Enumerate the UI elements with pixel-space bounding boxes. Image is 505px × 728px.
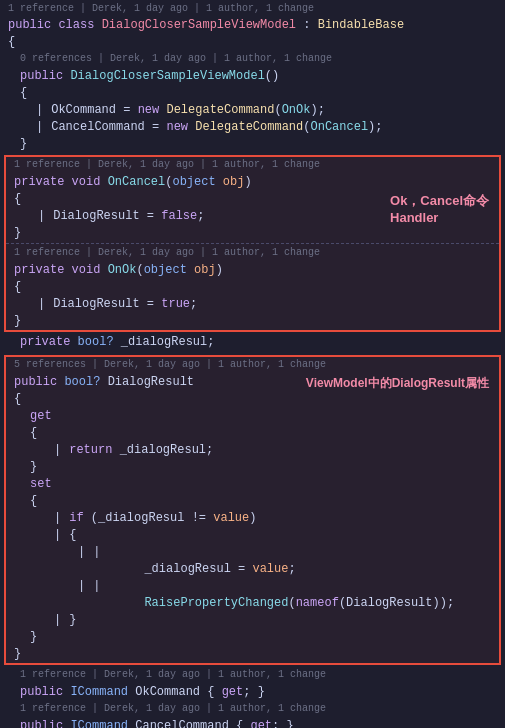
brace-open-class: { [0, 34, 505, 51]
brace-open-if: | { [6, 527, 499, 544]
brace-close-if: | } [6, 612, 499, 629]
private-bool-field: private bool? _dialogResul; [0, 334, 505, 351]
brace-close-get: } [6, 459, 499, 476]
dialogresult-prop-decl: public bool? DialogResult [6, 374, 499, 391]
brace-close-constructor: } [0, 136, 505, 153]
brace-close-prop: } [6, 646, 499, 663]
on-cancel-ok-block: Ok，Cancel命令 Handler 1 reference | Derek,… [4, 155, 501, 332]
brace-close-onok: } [6, 313, 499, 330]
code-editor: 1 reference | Derek, 1 day ago | 1 autho… [0, 0, 505, 728]
okcommand-prop-ref: 1 reference | Derek, 1 day ago | 1 autho… [0, 667, 505, 684]
brace-close-oncancel: } [6, 225, 499, 242]
return-dialogresul: | return _dialogResul; [6, 442, 499, 459]
top-ref: 1 reference | Derek, 1 day ago | 1 autho… [0, 0, 505, 17]
oncancel-decl: private void OnCancel(object obj) [6, 174, 499, 191]
onok-ref: 1 reference | Derek, 1 day ago | 1 autho… [6, 245, 499, 262]
okcommand-prop: public ICommand OkCommand { get; } [0, 684, 505, 701]
constructor-decl: public DialogCloserSampleViewModel() [0, 68, 505, 85]
dialogresult-false: | DialogResult = false; [6, 208, 499, 225]
brace-open-constructor: { [0, 85, 505, 102]
brace-open-prop: { [6, 391, 499, 408]
brace-open-get: { [6, 425, 499, 442]
dialogresult-property-block: ViewModel中的DialogResult属性 5 references |… [4, 355, 501, 665]
cancelcommand-init: | CancelCommand = new DelegateCommand(On… [0, 119, 505, 136]
oncancel-ref: 1 reference | Derek, 1 day ago | 1 autho… [6, 157, 499, 174]
if-condition: | if (_dialogResul != value) [6, 510, 499, 527]
constructor-ref: 0 references | Derek, 1 day ago | 1 auth… [0, 51, 505, 68]
raise-property-changed: | | RaisePropertyChanged(nameof(DialogRe… [6, 578, 499, 612]
cancelcommand-prop: public ICommand CancelCommand { get; } [0, 718, 505, 728]
dialogresult-true: | DialogResult = true; [6, 296, 499, 313]
cancelcommand-prop-ref: 1 reference | Derek, 1 day ago | 1 autho… [0, 701, 505, 718]
dialogresult-prop-ref: 5 references | Derek, 1 day ago | 1 auth… [6, 357, 499, 374]
okcommand-init: | OkCommand = new DelegateCommand(OnOk); [0, 102, 505, 119]
onok-decl: private void OnOk(object obj) [6, 262, 499, 279]
class-declaration: public class DialogCloserSampleViewModel… [0, 17, 505, 34]
brace-open-set: { [6, 493, 499, 510]
brace-close-set: } [6, 629, 499, 646]
brace-open-oncancel: { [6, 191, 499, 208]
separator [6, 243, 499, 244]
set-keyword: set [6, 476, 499, 493]
brace-open-onok: { [6, 279, 499, 296]
assign-value: | | _dialogResul = value; [6, 544, 499, 578]
get-keyword: get [6, 408, 499, 425]
